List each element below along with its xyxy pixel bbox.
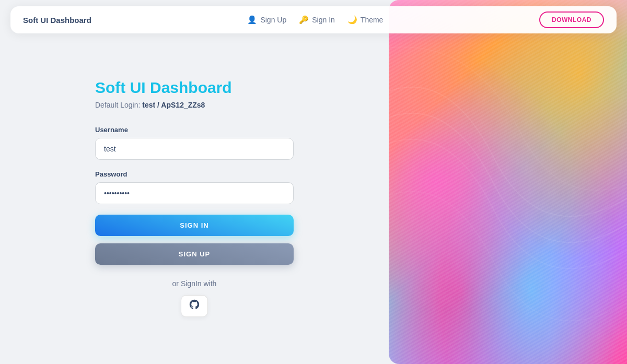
password-input[interactable] (95, 182, 294, 204)
wave-svg (389, 0, 627, 364)
nav-signin-label: Sign In (312, 16, 335, 24)
github-icon (189, 299, 200, 313)
password-label: Password (95, 170, 294, 178)
username-input[interactable] (95, 138, 294, 160)
left-panel: Soft UI Dashboard Default Login: test / … (0, 0, 389, 364)
password-group: Password (95, 170, 294, 204)
social-buttons (95, 295, 294, 317)
key-icon: 🔑 (299, 15, 309, 25)
right-panel (389, 0, 627, 364)
login-subtitle: Default Login: test / ApS12_ZZs8 (95, 101, 294, 109)
subtitle-credentials: test / ApS12_ZZs8 (142, 101, 205, 109)
nav-signup-link[interactable]: 👤 Sign Up (247, 15, 286, 25)
nav-theme-link[interactable]: 🌙 Theme (347, 15, 384, 25)
nav-signin-link[interactable]: 🔑 Sign In (299, 15, 335, 25)
or-signin-text: or SignIn with (95, 279, 294, 288)
signin-button[interactable]: SIGN IN (95, 215, 294, 236)
right-panel-background (389, 0, 627, 364)
subtitle-prefix: Default Login: (95, 101, 142, 109)
navbar: Soft UI Dashboard 👤 Sign Up 🔑 Sign In 🌙 … (10, 6, 617, 33)
moon-icon: 🌙 (347, 15, 357, 25)
navbar-links: 👤 Sign Up 🔑 Sign In 🌙 Theme (247, 15, 383, 25)
nav-signup-label: Sign Up (260, 16, 286, 24)
login-container: Soft UI Dashboard Default Login: test / … (95, 68, 294, 327)
download-button[interactable]: DOWNLOAD (539, 11, 604, 28)
nav-theme-label: Theme (361, 16, 384, 24)
signup-icon: 👤 (247, 15, 257, 25)
username-group: Username (95, 126, 294, 160)
signup-button[interactable]: SIGN UP (95, 243, 294, 265)
main-layout: Soft UI Dashboard Default Login: test / … (0, 0, 627, 364)
username-label: Username (95, 126, 294, 134)
login-title: Soft UI Dashboard (95, 79, 294, 97)
github-button[interactable] (181, 295, 208, 317)
navbar-brand: Soft UI Dashboard (23, 16, 91, 25)
